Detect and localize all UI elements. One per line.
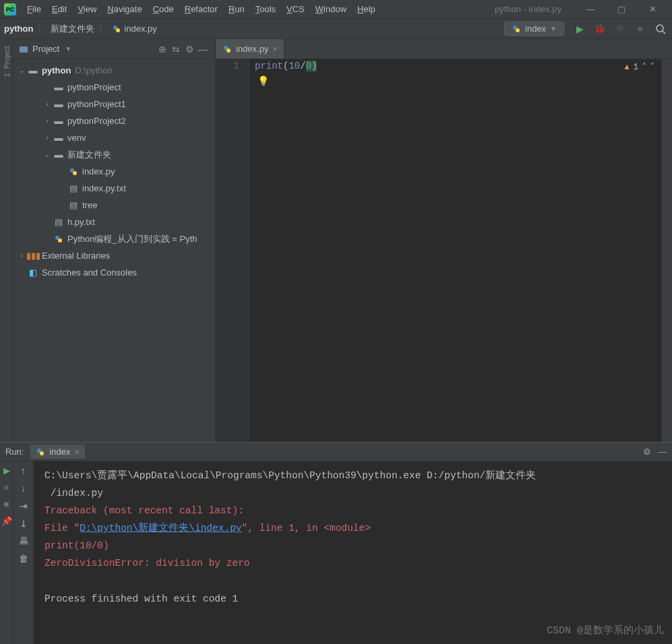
tree-node-label: pythonProject1	[67, 99, 126, 109]
menu-run[interactable]: Run	[223, 1, 250, 17]
maximize-button[interactable]: ▢	[606, 0, 637, 19]
hide-run-icon[interactable]: —	[658, 447, 667, 457]
settings-icon[interactable]: ⚙	[183, 44, 196, 55]
project-tool-button[interactable]: 1: Project	[3, 46, 11, 77]
python-icon	[36, 447, 45, 457]
tree-node[interactable]: Python编程_从入门到实践 = Pyth	[13, 230, 215, 247]
editor-scrollbar[interactable]	[661, 59, 672, 442]
scratches-consoles[interactable]: ◧ Scratches and Consoles	[13, 264, 215, 281]
run-config-selector[interactable]: index ▼	[504, 22, 564, 36]
clear-icon[interactable]: 🗑	[19, 553, 28, 564]
menu-file[interactable]: File	[22, 1, 47, 17]
left-tool-strip: 1: Project	[0, 39, 13, 442]
menu-bar: PC FileEditViewNavigateCodeRefactorRunTo…	[0, 0, 672, 19]
pin-button[interactable]: 📌	[1, 516, 12, 526]
select-opened-file-icon[interactable]: ⊕	[156, 44, 169, 55]
tree-node[interactable]: ▬pythonProject	[13, 79, 215, 96]
editor-tab-bar: index.py ×	[216, 39, 672, 59]
tree-node[interactable]: index.py	[13, 163, 215, 180]
breadcrumb-file[interactable]: index.py	[124, 24, 156, 34]
run-tool-window: Run: index × ⚙ — ▶ ■ ≡ 📌 ↑ ↓ ⇥ ⤓ 🖶 🗑 C:\…	[0, 442, 672, 644]
svg-point-4	[656, 25, 663, 32]
menu-refactor[interactable]: Refactor	[179, 1, 223, 17]
scratches-label: Scratches and Consoles	[42, 267, 137, 278]
breadcrumb-root[interactable]: python	[4, 24, 33, 34]
run-config-label: index	[525, 24, 546, 34]
app-logo: PC	[4, 3, 16, 15]
project-panel-header: Project ▼ ⊕ ⇆ ⚙ —	[13, 39, 215, 59]
tree-node-label: pythonProject	[67, 82, 121, 92]
menu-window[interactable]: Window	[310, 1, 352, 17]
soft-wrap-icon[interactable]: ⇥	[20, 501, 28, 511]
hide-panel-icon[interactable]: —	[196, 44, 210, 55]
tree-node[interactable]: ›▬pythonProject1	[13, 96, 215, 112]
minimize-button[interactable]: —	[575, 0, 606, 19]
menu-tools[interactable]: Tools	[250, 1, 281, 17]
prev-problem-icon[interactable]: ˄	[642, 62, 646, 72]
menu-vcs[interactable]: VCS	[281, 1, 310, 17]
up-stack-icon[interactable]: ↑	[21, 465, 26, 476]
svg-point-1	[116, 28, 120, 32]
layout-button[interactable]: ≡	[4, 499, 9, 509]
console-error: ZeroDivisionError: division by zero	[44, 554, 661, 572]
editor-tab-indexpy[interactable]: index.py ×	[216, 39, 284, 59]
breadcrumb[interactable]: python 〉 新建文件夹 〉 index.py	[4, 23, 157, 35]
folder-icon: ▬	[53, 99, 65, 109]
project-tree[interactable]: ⌄ ▬ python D:\python ▬pythonProject›▬pyt…	[13, 59, 215, 442]
tree-node[interactable]: ▤h.py.txt	[13, 214, 215, 230]
editor-tab-label: index.py	[236, 44, 268, 54]
editor-area: index.py × 1 print(10/0) 💡 ▲ 1 ˄ ˅	[216, 39, 672, 442]
expand-all-icon[interactable]: ⇆	[169, 44, 183, 55]
run-tab[interactable]: index ×	[30, 445, 85, 459]
problems-widget[interactable]: ▲ 1 ˄ ˅	[625, 62, 654, 72]
debug-button[interactable]: 🐞	[592, 22, 607, 36]
line-gutter: 1	[216, 59, 249, 442]
close-run-tab-icon[interactable]: ×	[75, 447, 80, 457]
menu-edit[interactable]: Edit	[47, 1, 72, 17]
chevron-down-icon[interactable]: ▼	[65, 45, 71, 53]
tree-node[interactable]: ⌄▬新建文件夹	[13, 146, 215, 163]
tree-node[interactable]: ▤tree	[13, 197, 215, 214]
traceback-file-link[interactable]: D:\python\新建文件夹\index.py	[80, 523, 241, 534]
run-settings-icon[interactable]: ⚙	[643, 447, 651, 457]
close-tab-icon[interactable]: ×	[272, 44, 277, 54]
run-side-strip: ▶ ■ ≡ 📌	[0, 461, 13, 644]
console-cmd2: /index.py	[44, 484, 661, 502]
stop-process-button[interactable]: ■	[4, 482, 9, 492]
tree-node-label: 新建文件夹	[67, 149, 111, 161]
console-cmd: C:\Users\贾露平\AppData\Local\Programs\Pyth…	[44, 467, 661, 484]
code-editor[interactable]: 1 print(10/0) 💡 ▲ 1 ˄ ˅	[216, 59, 672, 442]
run-button[interactable]: ▶	[572, 22, 587, 36]
print-icon[interactable]: 🖶	[19, 536, 28, 546]
rerun-button[interactable]: ▶	[3, 465, 10, 476]
file-icon: ▤	[67, 200, 80, 210]
coverage-button[interactable]: ⟳	[613, 22, 628, 36]
external-libraries[interactable]: › ▮▮▮ External Libraries	[13, 247, 215, 264]
svg-point-10	[58, 238, 62, 243]
down-stack-icon[interactable]: ↓	[21, 483, 26, 494]
menu-navigate[interactable]: Navigate	[102, 1, 147, 17]
tree-node[interactable]: ›▬pythonProject2	[13, 112, 215, 129]
tree-node[interactable]: ›▬venv	[13, 129, 215, 146]
stop-button[interactable]: ■	[633, 22, 648, 36]
tree-node[interactable]: ▤index.py.txt	[13, 180, 215, 197]
console-errline: print(10/0)	[44, 537, 661, 554]
python-file-icon	[222, 44, 232, 54]
menu-view[interactable]: View	[72, 1, 102, 17]
run-tab-label: index	[49, 447, 70, 457]
python-icon	[512, 24, 521, 34]
project-panel-title[interactable]: Project	[32, 44, 59, 54]
intention-bulb-icon[interactable]: 💡	[257, 75, 269, 87]
menu-code[interactable]: Code	[148, 1, 179, 17]
run-console[interactable]: C:\Users\贾露平\AppData\Local\Programs\Pyth…	[34, 461, 672, 644]
scroll-end-icon[interactable]: ⤓	[20, 518, 28, 529]
code-identifier: print	[255, 61, 283, 71]
breadcrumb-folder[interactable]: 新建文件夹	[51, 23, 94, 35]
tree-root[interactable]: ⌄ ▬ python D:\python	[13, 62, 215, 79]
close-button[interactable]: ✕	[637, 0, 668, 19]
folder-icon: ▬	[53, 133, 65, 143]
search-button[interactable]	[653, 22, 668, 36]
next-problem-icon[interactable]: ˅	[650, 62, 654, 72]
menu-help[interactable]: Help	[352, 1, 381, 17]
navigation-bar: python 〉 新建文件夹 〉 index.py index ▼ ▶ 🐞 ⟳ …	[0, 19, 672, 39]
